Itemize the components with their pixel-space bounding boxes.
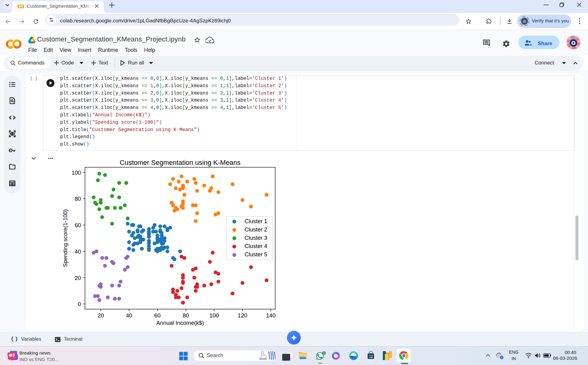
svg-text:Cluster 3: Cluster 3 bbox=[244, 235, 267, 241]
svg-text:Customer Segmentation using K-: Customer Segmentation using K-Means bbox=[120, 159, 240, 166]
svg-text:Annual Income(k$): Annual Income(k$) bbox=[156, 320, 204, 326]
svg-text:40: 40 bbox=[126, 312, 133, 319]
svg-text:100: 100 bbox=[71, 169, 81, 176]
svg-text:140: 140 bbox=[266, 312, 276, 319]
svg-text:20: 20 bbox=[75, 275, 81, 281]
svg-text:Cluster 5: Cluster 5 bbox=[244, 251, 267, 258]
svg-text:40: 40 bbox=[75, 248, 81, 255]
svg-text:100: 100 bbox=[209, 312, 219, 319]
svg-text:m: m bbox=[523, 19, 526, 24]
svg-text:20: 20 bbox=[98, 312, 104, 319]
svg-text:120: 120 bbox=[238, 312, 247, 319]
svg-text:Cluster 1: Cluster 1 bbox=[244, 218, 267, 224]
svg-text:i: i bbox=[501, 356, 502, 359]
svg-text:0: 0 bbox=[78, 301, 81, 307]
svg-text:80: 80 bbox=[75, 196, 81, 202]
svg-text:60: 60 bbox=[154, 312, 161, 319]
svg-text:80: 80 bbox=[183, 312, 189, 319]
svg-text:Cluster 2: Cluster 2 bbox=[244, 226, 267, 233]
svg-text:5: 5 bbox=[323, 351, 325, 355]
svg-text:Cluster 4: Cluster 4 bbox=[244, 243, 267, 249]
svg-text:Spending score(1-100): Spending score(1-100) bbox=[62, 209, 68, 267]
svg-text:60: 60 bbox=[75, 222, 81, 228]
